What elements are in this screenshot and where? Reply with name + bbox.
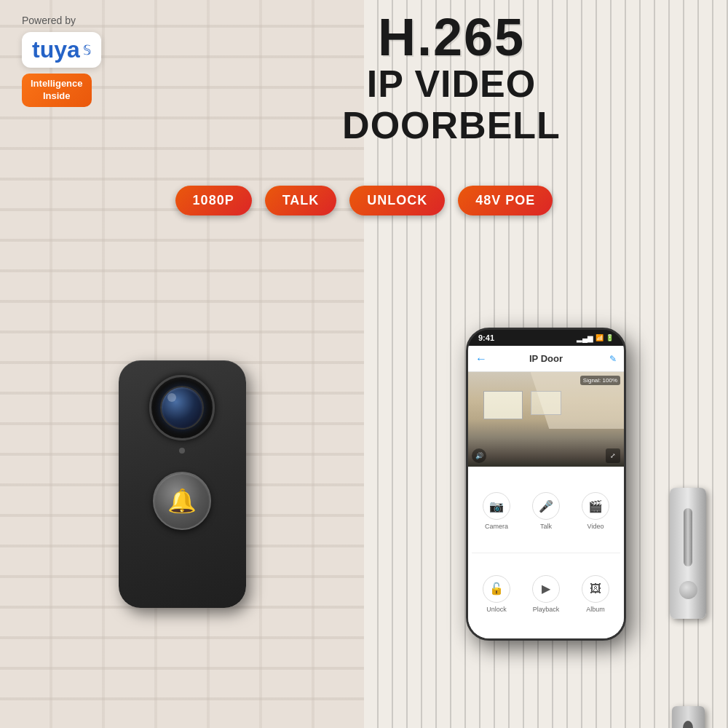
phone-status-bar: 9:41 ▂▄▆ 📶 🔋 — [468, 330, 624, 346]
phone-section: 9:41 ▂▄▆ 📶 🔋 ← IP Door ✎ — [364, 240, 728, 728]
powered-by-label: Powered by — [22, 15, 76, 26]
talk-action-label: Talk — [540, 523, 552, 530]
main-content: 🔔 9:41 ▂▄▆ 📶 🔋 ← IP Door — [0, 240, 728, 728]
camera-action-label: Camera — [485, 523, 508, 530]
camera-feed: Signal: 100% 🔊 ⤢ — [468, 372, 624, 467]
unlock-action-icon: 🔓 — [483, 575, 510, 603]
app-title: IP Door — [529, 353, 563, 364]
app-actions: 📷 Camera 🎤 Talk 🎬 Video — [468, 467, 624, 638]
playback-action-icon: ▶ — [532, 575, 560, 603]
talk-action[interactable]: 🎤 Talk — [532, 492, 560, 530]
back-button[interactable]: ← — [475, 352, 487, 365]
phone-mockup: 9:41 ▂▄▆ 📶 🔋 ← IP Door ✎ — [466, 328, 626, 641]
app-header: ← IP Door ✎ — [468, 346, 624, 372]
title-ip-video: IP VIDEO — [189, 63, 713, 105]
doorbell-device: 🔔 — [119, 360, 246, 608]
tuya-signal-icon: 𝕊 — [83, 42, 91, 58]
unlock-action[interactable]: 🔓 Unlock — [483, 575, 510, 613]
signal-bars-icon: ▂▄▆ — [577, 334, 593, 342]
camera-overlay-controls: 🔊 — [472, 448, 486, 463]
door-hardware — [670, 488, 706, 728]
battery-icon: 🔋 — [606, 334, 614, 341]
title-doorbell: DOORBELL — [189, 105, 713, 146]
badge-1080p: 1080P — [175, 186, 252, 215]
album-action-icon: 🖼 — [582, 575, 609, 603]
door-lock-plate — [672, 706, 705, 728]
signal-label: Signal: 100% — [580, 376, 620, 385]
intelligence-badge: Intelligence Inside — [22, 74, 92, 107]
tuya-logo: tuya 𝕊 — [22, 32, 101, 68]
wifi-icon: 📶 — [596, 334, 604, 341]
camera-overlay-right: ⤢ — [606, 448, 620, 463]
tuya-text: tuya — [32, 36, 80, 63]
playback-action[interactable]: ▶ Playback — [532, 575, 560, 613]
doorbell-indicator — [179, 448, 185, 454]
volume-icon[interactable]: 🔊 — [472, 448, 486, 463]
camera-lens — [160, 386, 204, 430]
door-handle-plate — [670, 488, 706, 619]
album-action[interactable]: 🖼 Album — [582, 575, 609, 613]
doorbell-section: 🔔 — [0, 240, 364, 728]
camera-action[interactable]: 📷 Camera — [483, 492, 510, 530]
action-row-2: 🔓 Unlock ▶ Playback 🖼 Album — [472, 557, 620, 632]
phone-time: 9:41 — [478, 333, 494, 342]
title-h265: H.265 — [189, 11, 713, 63]
action-divider — [472, 553, 620, 553]
feature-badges: 1080P TALK UNLOCK 48V POE — [0, 186, 728, 215]
album-action-label: Album — [586, 606, 605, 613]
action-row-1: 📷 Camera 🎤 Talk 🎬 Video — [472, 474, 620, 549]
video-action-label: Video — [587, 523, 604, 530]
door-handle-bar — [684, 508, 692, 566]
top-section: Powered by tuya 𝕊 Intelligence Inside H.… — [0, 0, 728, 197]
fullscreen-icon[interactable]: ⤢ — [606, 448, 620, 463]
edit-button[interactable]: ✎ — [609, 354, 617, 364]
unlock-action-label: Unlock — [486, 606, 507, 613]
tuya-brand: Powered by tuya 𝕊 Intelligence Inside — [22, 15, 101, 107]
talk-action-icon: 🎤 — [532, 492, 560, 520]
badge-talk: TALK — [265, 186, 337, 215]
bell-button[interactable]: 🔔 — [153, 472, 211, 530]
product-title: H.265 IP VIDEO DOORBELL — [189, 11, 713, 146]
phone-status-icons: ▂▄▆ 📶 🔋 — [577, 334, 614, 342]
video-action-icon: 🎬 — [582, 492, 609, 520]
playback-action-label: Playback — [533, 606, 560, 613]
video-action[interactable]: 🎬 Video — [582, 492, 609, 530]
phone-screen: ← IP Door ✎ Signal: 100% 🔊 — [468, 346, 624, 638]
badge-unlock: UNLOCK — [349, 186, 445, 215]
door-handle-knob — [679, 581, 697, 599]
bell-icon: 🔔 — [167, 487, 197, 515]
badge-poe: 48V POE — [458, 186, 553, 215]
camera-action-icon: 📷 — [483, 492, 510, 520]
camera-housing — [149, 375, 215, 440]
door-keyhole-icon — [683, 721, 693, 728]
